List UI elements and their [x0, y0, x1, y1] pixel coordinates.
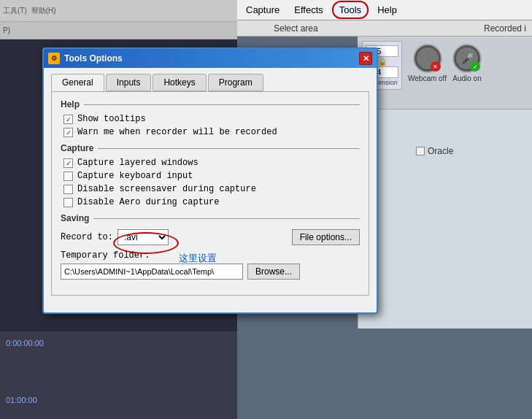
- timeline-time1: 0:00:00:00: [6, 339, 44, 347]
- cb-disable-aero[interactable]: Disable Aero during capture: [61, 197, 360, 207]
- disable-screensaver-label: Disable screensaver during capture: [77, 184, 256, 194]
- record-to-row: Record to: .avi .mp4 .wmv File options..…: [61, 229, 360, 245]
- webcam-control[interactable]: ✕ Webcam off: [408, 44, 447, 82]
- cb-disable-screensaver[interactable]: Disable screensaver during capture: [61, 184, 360, 194]
- temp-folder-label: Temporary folder:: [61, 250, 150, 261]
- record-to-label: Record to:: [61, 232, 113, 242]
- oracle-checkbox[interactable]: [416, 147, 425, 155]
- toolbar-row: Select area Recorded i: [237, 20, 532, 36]
- file-options-button[interactable]: File options...: [292, 229, 360, 245]
- cb-warn-recorder[interactable]: ✓ Warn me when recorder will be recorded: [61, 127, 360, 137]
- temp-folder-row: Browse...: [61, 264, 360, 280]
- temp-folder-input[interactable]: [61, 264, 243, 280]
- tab-hotkeys[interactable]: Hotkeys: [153, 74, 206, 91]
- right-panel: [358, 109, 532, 328]
- browse-button[interactable]: Browse...: [247, 264, 300, 280]
- capture-layered-label: Capture layered windows: [77, 158, 198, 168]
- audio-control[interactable]: 🎤 ✓ Audio on: [452, 44, 482, 82]
- right-controls: 🔒 Dimension ✕ Webcam off 🎤 ✓ Audio on: [358, 36, 532, 109]
- capture-keyboard-label: Capture keyboard input: [77, 171, 193, 181]
- top-menubar: Capture Effects Tools Help: [237, 0, 532, 20]
- tab-content: Help ✓ Show tooltips ✓ Warn me when reco…: [51, 91, 369, 296]
- timeline-time2: 01:00:00: [6, 396, 37, 404]
- saving-section-header: Saving: [61, 213, 360, 223]
- cb-show-tooltips[interactable]: ✓ Show tooltips: [61, 114, 360, 124]
- select-area-label: Select area: [237, 23, 318, 34]
- tabs-row: General Inputs Hotkeys Program: [51, 74, 369, 91]
- menu-effects[interactable]: Effects: [288, 2, 329, 18]
- webcam-label: Webcam off: [408, 74, 447, 82]
- recorded-label: Recorded i: [484, 23, 532, 34]
- show-tooltips-checkbox[interactable]: ✓: [63, 115, 73, 124]
- chinese-annotation: 这里设置: [179, 252, 217, 265]
- dialog-body: General Inputs Hotkeys Program Help ✓ Sh…: [44, 68, 377, 301]
- disable-aero-label: Disable Aero during capture: [77, 197, 219, 207]
- oracle-area: Oracle: [416, 146, 453, 156]
- disable-screensaver-checkbox[interactable]: [63, 185, 73, 194]
- capture-layered-checkbox[interactable]: ✓: [63, 158, 73, 168]
- menu-help[interactable]: Help: [371, 2, 403, 18]
- app-left-titlebar: 工具(T) 帮助(H): [0, 0, 237, 22]
- tab-inputs[interactable]: Inputs: [106, 74, 152, 91]
- record-to-select[interactable]: .avi .mp4 .wmv: [117, 229, 169, 245]
- warn-recorder-checkbox[interactable]: ✓: [63, 128, 73, 137]
- timeline-area: 0:00:00:00 01:00:00: [0, 331, 237, 419]
- dialog-title: Tools Options: [64, 53, 123, 64]
- app-left-toolbar: P): [0, 22, 237, 39]
- capture-keyboard-checkbox[interactable]: [63, 172, 73, 181]
- show-tooltips-label: Show tooltips: [77, 114, 146, 124]
- warn-recorder-label: Warn me when recorder will be recorded: [77, 127, 277, 137]
- disable-aero-checkbox[interactable]: [63, 198, 73, 207]
- cb-capture-layered[interactable]: ✓ Capture layered windows: [61, 158, 360, 168]
- tab-program[interactable]: Program: [208, 74, 263, 91]
- tab-general[interactable]: General: [51, 74, 104, 91]
- menu-tools[interactable]: Tools: [332, 1, 369, 19]
- capture-section-header: Capture: [61, 143, 360, 153]
- dialog-titlebar: ⚙ Tools Options ✕: [44, 49, 377, 68]
- dialog-title-icon: ⚙: [48, 53, 60, 64]
- dialog-close-button[interactable]: ✕: [359, 52, 372, 65]
- oracle-label: Oracle: [428, 146, 453, 156]
- tools-options-dialog: ⚙ Tools Options ✕ General Inputs Hotkeys…: [42, 47, 378, 314]
- cb-capture-keyboard[interactable]: Capture keyboard input: [61, 171, 360, 181]
- help-section-header: Help: [61, 99, 360, 109]
- menu-capture[interactable]: Capture: [240, 2, 285, 18]
- audio-label: Audio on: [452, 74, 481, 82]
